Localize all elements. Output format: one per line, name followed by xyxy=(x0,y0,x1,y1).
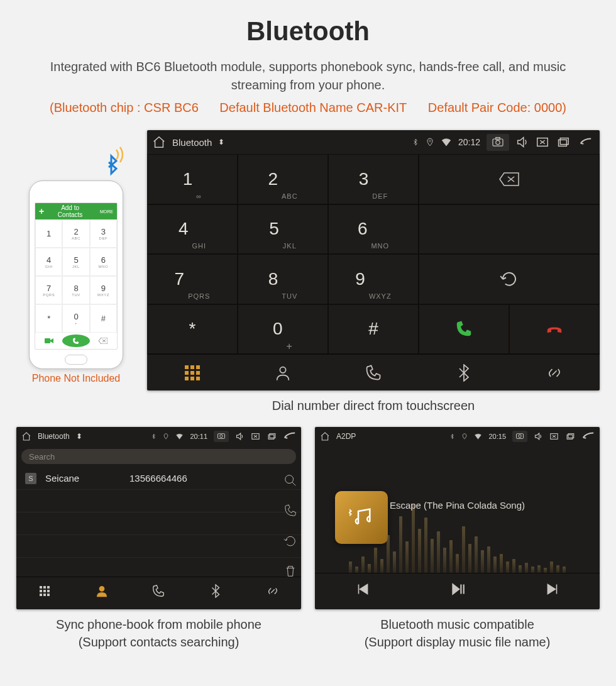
video-call-icon xyxy=(35,333,62,349)
nav-recent-calls[interactable] xyxy=(130,577,187,604)
dial-key-5[interactable]: 5JKL xyxy=(238,204,328,255)
search-icon[interactable] xyxy=(283,473,297,487)
keypad-icon xyxy=(40,586,50,596)
phone-topbar: + Add to Contacts MORE xyxy=(35,203,117,219)
svg-rect-7 xyxy=(560,138,568,145)
search-input[interactable]: Search xyxy=(21,449,296,464)
wifi-icon xyxy=(474,429,482,443)
status-time: 20:11 xyxy=(190,433,207,440)
more-label: MORE xyxy=(100,209,113,214)
usb-icon: ⬍ xyxy=(76,432,82,441)
location-icon xyxy=(163,429,169,443)
list-item xyxy=(16,535,301,558)
recent-apps-icon[interactable] xyxy=(565,429,575,443)
nav-contacts[interactable] xyxy=(74,577,131,604)
close-window-icon[interactable] xyxy=(536,135,549,149)
phone-keypad: 12ABC3DEF4GHI5JKL6MNO7PQRS8TUV9WXYZ*0+# xyxy=(35,219,117,333)
nav-keypad[interactable] xyxy=(16,577,74,604)
volume-icon[interactable] xyxy=(534,429,543,443)
hangup-button[interactable] xyxy=(509,304,600,355)
phone-key: 7PQRS xyxy=(35,276,62,304)
spec-code: Default Pair Code: 0000) xyxy=(428,101,566,114)
bluetooth-icon xyxy=(412,135,419,149)
list-item xyxy=(16,490,301,512)
dial-key-star[interactable]: * xyxy=(147,304,238,355)
volume-icon[interactable] xyxy=(515,135,529,149)
skip-previous-icon xyxy=(355,581,371,597)
screenshot-icon[interactable] xyxy=(214,431,229,442)
contact-row[interactable]: S Seicane 13566664466 xyxy=(16,467,301,490)
svg-rect-6 xyxy=(559,140,567,146)
redial-icon xyxy=(500,270,519,289)
close-window-icon[interactable] xyxy=(549,429,559,443)
call-icon xyxy=(454,319,473,338)
dial-key-8[interactable]: 8TUV xyxy=(238,254,328,304)
recent-apps-icon[interactable] xyxy=(556,135,569,149)
skip-next-icon xyxy=(544,581,561,597)
hangup-icon xyxy=(545,319,564,338)
home-icon[interactable] xyxy=(21,429,31,443)
nav-contacts[interactable] xyxy=(238,355,328,390)
volume-icon[interactable] xyxy=(235,429,245,443)
nav-bluetooth[interactable] xyxy=(419,355,509,390)
screenshot-icon[interactable] xyxy=(512,431,527,442)
status-title: Bluetooth xyxy=(38,432,70,441)
contact-name: Seicane xyxy=(45,473,121,484)
refresh-icon[interactable] xyxy=(283,534,297,548)
prev-track-button[interactable] xyxy=(315,573,410,604)
phone-caption: Phone Not Included xyxy=(16,373,136,384)
dialer-screen: Bluetooth ⬍ 20:12 1∞2ABC3DEF4GHI5JKL6MNO… xyxy=(147,130,600,390)
svg-point-15 xyxy=(99,586,104,590)
recent-apps-icon[interactable] xyxy=(267,429,276,443)
person-icon xyxy=(95,584,109,598)
music-caption: Bluetooth music compatible (Support disp… xyxy=(315,616,600,651)
dial-key-hash[interactable]: # xyxy=(328,304,419,355)
back-icon[interactable] xyxy=(282,429,296,443)
dial-key-7[interactable]: 7PQRS xyxy=(147,254,238,304)
redial-button[interactable] xyxy=(419,254,600,304)
location-icon xyxy=(426,135,434,149)
wifi-icon xyxy=(175,429,184,443)
wifi-icon xyxy=(441,135,452,149)
back-icon[interactable] xyxy=(576,135,595,149)
back-icon[interactable] xyxy=(581,429,595,443)
nav-pair[interactable] xyxy=(509,355,600,390)
phone-outline-icon[interactable] xyxy=(283,504,297,517)
nav-keypad[interactable] xyxy=(147,355,238,390)
dial-key-0[interactable]: 0+ xyxy=(238,304,328,355)
phone-key: # xyxy=(90,304,117,333)
song-title: Escape (The Pina Colada Song) xyxy=(390,500,525,511)
page-subtitle: Integrated with BC6 Bluetooth module, su… xyxy=(25,58,591,94)
trash-icon[interactable] xyxy=(283,564,297,578)
dial-key-9[interactable]: 9WXYZ xyxy=(328,254,419,304)
bluetooth-icon xyxy=(151,429,157,443)
phonebook-caption: Sync phone-book from mobile phone (Suppo… xyxy=(16,616,301,651)
nav-bluetooth[interactable] xyxy=(187,577,245,604)
close-window-icon[interactable] xyxy=(251,429,260,443)
dial-key-3[interactable]: 3DEF xyxy=(328,154,419,204)
screenshot-icon[interactable] xyxy=(487,134,509,151)
phone-outline-icon xyxy=(365,364,382,382)
next-track-button[interactable] xyxy=(505,573,600,604)
home-icon[interactable] xyxy=(320,429,330,443)
play-pause-button[interactable] xyxy=(410,573,505,604)
list-item xyxy=(16,512,301,535)
dial-key-1[interactable]: 1∞ xyxy=(147,154,238,204)
home-icon[interactable] xyxy=(152,135,166,149)
empty-cell xyxy=(419,204,600,255)
dial-key-2[interactable]: 2ABC xyxy=(238,154,328,204)
backspace-button[interactable] xyxy=(419,154,600,204)
call-button[interactable] xyxy=(419,304,509,355)
nav-pair[interactable] xyxy=(244,577,301,604)
nav-recent-calls[interactable] xyxy=(328,355,419,390)
phone-key: 4GHI xyxy=(35,248,62,276)
phone-key: 6MNO xyxy=(90,248,117,276)
spec-name: Default Bluetooth Name CAR-KIT xyxy=(219,101,407,114)
phone-key: 1 xyxy=(35,219,62,248)
phone-key: 3DEF xyxy=(90,219,117,248)
spec-chip: (Bluetooth chip : CSR BC6 xyxy=(50,101,199,114)
svg-rect-4 xyxy=(496,137,500,139)
dial-key-4[interactable]: 4GHI xyxy=(147,204,238,255)
svg-rect-0 xyxy=(45,338,50,343)
dial-key-6[interactable]: 6MNO xyxy=(328,204,419,255)
